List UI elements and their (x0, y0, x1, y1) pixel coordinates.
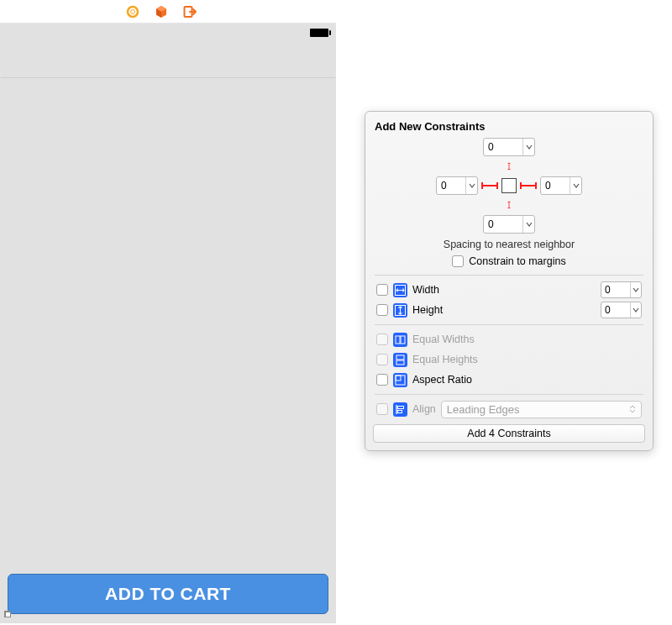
equal-heights-label: Equal Heights (412, 354, 478, 365)
device-canvas: ADD TO CART (0, 24, 336, 623)
bottom-spacing-field[interactable] (483, 215, 535, 234)
height-value-input[interactable] (601, 302, 630, 318)
bottom-strut-icon[interactable] (507, 197, 511, 213)
aspect-ratio-icon (393, 373, 407, 387)
right-strut-icon[interactable] (520, 184, 537, 187)
battery-icon (310, 29, 328, 37)
align-icon (393, 402, 407, 417)
aspect-ratio-label: Aspect Ratio (412, 374, 472, 386)
right-spacing-field[interactable] (540, 176, 582, 195)
equal-widths-label: Equal Widths (412, 334, 475, 345)
device-body: ADD TO CART (1, 78, 335, 622)
svg-rect-12 (398, 410, 402, 412)
left-spacing-input[interactable] (437, 177, 465, 194)
svg-rect-5 (396, 336, 400, 344)
bottom-spacing-input[interactable] (484, 216, 522, 233)
popover-title: Add New Constraints (373, 120, 645, 133)
svg-rect-8 (396, 360, 404, 365)
svg-rect-6 (401, 336, 405, 344)
navigation-bar (1, 41, 335, 78)
width-icon (393, 283, 407, 297)
center-view-icon (501, 178, 517, 193)
spacing-caption: Spacing to nearest neighbor (444, 239, 575, 250)
dropdown-caret-icon[interactable] (522, 216, 534, 233)
updown-caret-icon (629, 405, 636, 413)
height-value-field[interactable] (601, 302, 642, 318)
left-strut-icon[interactable] (481, 184, 498, 187)
right-spacing-input[interactable] (541, 177, 570, 194)
width-value-field[interactable] (601, 281, 642, 298)
equal-widths-icon (393, 333, 407, 347)
dropdown-caret-icon[interactable] (465, 177, 477, 194)
height-checkbox[interactable] (376, 304, 388, 316)
height-icon (393, 303, 407, 318)
top-spacing-field[interactable] (483, 138, 535, 156)
add-constraints-button-label: Add 4 Constraints (467, 428, 550, 439)
add-to-cart-selection[interactable]: ADD TO CART (8, 574, 328, 614)
constrain-to-margins-checkbox[interactable] (452, 255, 464, 267)
svg-rect-10 (396, 376, 401, 381)
height-label: Height (412, 304, 443, 316)
svg-rect-11 (398, 406, 404, 408)
equal-heights-icon (393, 353, 407, 367)
breakpoint-icon[interactable] (126, 5, 139, 18)
svg-rect-7 (396, 355, 404, 360)
width-label: Width (412, 284, 439, 296)
align-checkbox (376, 403, 388, 415)
left-spacing-field[interactable] (436, 176, 478, 195)
add-to-cart-button[interactable]: ADD TO CART (8, 574, 328, 614)
width-value-input[interactable] (601, 282, 630, 297)
dropdown-caret-icon[interactable] (522, 139, 534, 155)
status-bar (1, 24, 335, 41)
equal-heights-checkbox (376, 354, 388, 365)
svg-point-1 (131, 9, 135, 13)
dropdown-caret-icon[interactable] (630, 302, 641, 318)
aspect-ratio-checkbox[interactable] (376, 374, 388, 386)
canvas-toolbar (0, 0, 336, 24)
align-label: Align (412, 403, 436, 415)
top-spacing-input[interactable] (484, 139, 522, 155)
align-dropdown-value: Leading Edges (447, 403, 520, 416)
object-library-icon[interactable] (155, 5, 168, 18)
constrain-to-margins-label: Constrain to margins (469, 255, 565, 267)
equal-widths-checkbox (376, 334, 388, 345)
add-constraints-popover: Add New Constraints Spacing to nearest (365, 111, 654, 451)
exit-icon[interactable] (183, 5, 197, 18)
top-strut-icon[interactable] (507, 158, 511, 175)
add-constraints-button[interactable]: Add 4 Constraints (373, 424, 645, 443)
dropdown-caret-icon[interactable] (630, 282, 641, 297)
dropdown-caret-icon[interactable] (570, 177, 581, 194)
spacing-picker: Spacing to nearest neighbor (373, 138, 645, 250)
align-dropdown: Leading Edges (441, 401, 642, 418)
width-checkbox[interactable] (376, 284, 388, 296)
add-to-cart-label: ADD TO CART (105, 584, 231, 604)
